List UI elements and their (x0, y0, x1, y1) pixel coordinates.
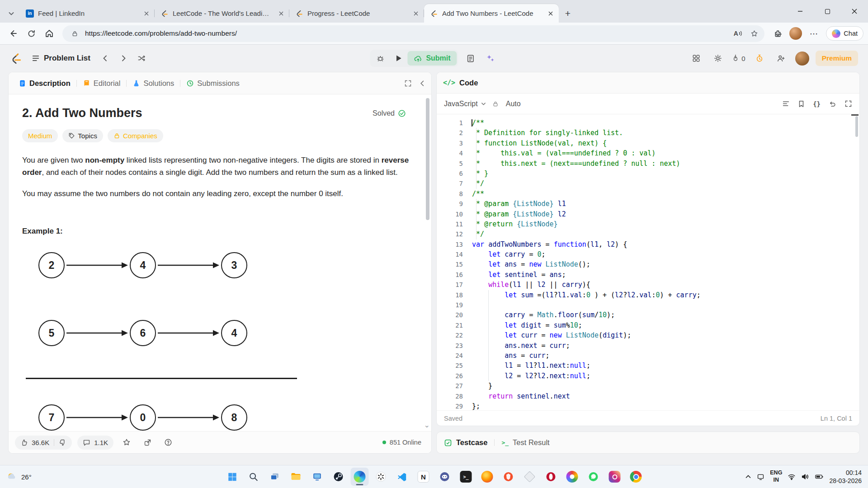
settings-menu-button[interactable]: ⋯ (805, 25, 822, 42)
start-button[interactable] (223, 468, 241, 486)
new-tab-button[interactable]: + (559, 5, 577, 23)
description-scrollbar[interactable] (426, 98, 429, 220)
close-button[interactable] (841, 0, 868, 23)
favorite-button[interactable] (119, 435, 134, 450)
app-icon-instagram[interactable] (606, 468, 624, 486)
comments-button[interactable]: 1.1K (77, 436, 113, 450)
tray-device-button[interactable] (757, 473, 764, 481)
streak-counter[interactable]: 0 (732, 54, 745, 62)
help-button[interactable] (160, 435, 176, 450)
settings-button[interactable] (710, 51, 726, 66)
address-bar[interactable]: https://leetcode.com/problems/add-two-nu… (62, 25, 764, 42)
tab-close-icon[interactable] (142, 9, 151, 18)
tab-close-icon[interactable] (277, 9, 286, 18)
share-button[interactable] (140, 435, 155, 450)
app-icon-opera[interactable] (542, 468, 560, 486)
tab-solutions[interactable]: Solutions (128, 72, 179, 94)
user-avatar[interactable] (795, 52, 809, 66)
problem-list-link[interactable]: Problem List (24, 54, 95, 63)
tab-add-two-numbers[interactable]: Add Two Numbers - LeetCode (424, 4, 559, 23)
tab-search-button[interactable] (3, 5, 20, 23)
debug-button[interactable] (371, 51, 389, 66)
tab-close-icon[interactable] (546, 9, 555, 18)
maximize-button[interactable] (814, 0, 841, 23)
format-icon[interactable] (782, 100, 790, 108)
invite-button[interactable] (774, 51, 789, 66)
app-icon-diamond[interactable] (521, 468, 539, 486)
shuffle-button[interactable] (134, 51, 149, 66)
extensions-button[interactable] (769, 25, 786, 42)
reset-icon[interactable] (829, 100, 836, 108)
app-icon-brave[interactable] (500, 468, 518, 486)
leetcode-logo[interactable] (10, 52, 22, 65)
expand-panel-button[interactable] (404, 80, 412, 87)
topics-badge[interactable]: Topics (62, 129, 103, 142)
run-button[interactable] (389, 51, 407, 66)
app-icon-chrome[interactable] (627, 468, 645, 486)
scroll-down-icon[interactable]: ⌄ (424, 421, 430, 429)
document-icon (19, 80, 26, 87)
tab-close-icon[interactable] (411, 9, 420, 18)
app-icon-whatsapp[interactable] (585, 468, 603, 486)
back-button[interactable] (5, 25, 22, 42)
tab-submissions[interactable]: Submissions (182, 72, 244, 94)
tab-test-result[interactable]: >_ Test Result (501, 438, 549, 447)
url-text[interactable]: https://leetcode.com/problems/add-two-nu… (85, 29, 727, 38)
submit-button[interactable]: Submit (407, 51, 457, 66)
autocomplete-toggle[interactable]: Auto (506, 100, 521, 108)
companies-badge[interactable]: Companies (108, 129, 163, 142)
tab-editorial[interactable]: Editorial (78, 72, 125, 94)
notes-button[interactable] (463, 51, 478, 66)
editor-scrollbar[interactable] (855, 116, 858, 137)
back-icon (9, 29, 18, 38)
tab-leetcode-home[interactable]: LeetCode - The World's Leading P... (155, 4, 289, 23)
layout-button[interactable] (689, 51, 704, 66)
app-icon-steam[interactable] (330, 468, 348, 486)
volume-button[interactable] (801, 473, 809, 481)
app-icon-vscode[interactable] (393, 468, 411, 486)
prev-problem-button[interactable] (98, 51, 113, 66)
bookmark-icon[interactable] (798, 100, 805, 108)
app-icon-terminal[interactable]: >_ (457, 468, 475, 486)
clock-widget[interactable]: 00:14 28-03-2026 (829, 469, 862, 485)
thumbs-up-icon[interactable] (20, 439, 28, 446)
timer-button[interactable] (752, 51, 767, 66)
next-problem-button[interactable] (116, 51, 131, 66)
tab-testcase[interactable]: Testcase (444, 438, 487, 447)
language-selector[interactable]: JavaScript (444, 100, 486, 108)
app-icon-notion[interactable]: N (415, 468, 433, 486)
app-icon-discord[interactable] (436, 468, 454, 486)
minimize-button[interactable] (787, 0, 814, 23)
difficulty-badge[interactable]: Medium (22, 129, 58, 142)
app-icon-monitor[interactable] (308, 468, 326, 486)
expand-icon[interactable] (844, 100, 852, 108)
app-icon-chatgpt[interactable] (372, 468, 390, 486)
battery-button[interactable] (815, 473, 824, 481)
collapse-panel-button[interactable] (419, 80, 426, 87)
app-icon-firefox[interactable] (478, 468, 496, 486)
ai-assistant-button[interactable] (483, 51, 498, 66)
profile-button[interactable] (787, 25, 804, 42)
weather-widget[interactable]: 26° (6, 471, 32, 482)
copilot-chat-button[interactable]: Chat (826, 26, 863, 41)
premium-button[interactable]: Premium (816, 51, 858, 66)
task-view-button[interactable] (266, 468, 284, 486)
thumbs-down-icon[interactable] (59, 439, 66, 446)
home-button[interactable] (41, 25, 58, 42)
app-icon-photos[interactable] (563, 468, 581, 486)
favorite-star-button[interactable] (748, 28, 760, 39)
tray-expand-button[interactable] (745, 474, 751, 480)
app-icon-edge[interactable] (351, 468, 369, 486)
tab-linkedin[interactable]: in Feed | LinkedIn (20, 4, 155, 23)
language-indicator[interactable]: ENG IN (770, 469, 782, 483)
file-explorer-button[interactable] (287, 468, 305, 486)
site-info-lock-icon[interactable] (69, 28, 80, 39)
tab-description[interactable]: Description (14, 72, 75, 94)
braces-icon[interactable]: {} (813, 100, 821, 108)
refresh-button[interactable] (23, 25, 40, 42)
read-aloud-button[interactable]: A (732, 28, 744, 39)
search-button[interactable] (245, 468, 263, 486)
code-editor[interactable]: 1/**2 * Definition for singly-linked lis… (437, 114, 859, 410)
wifi-button[interactable] (788, 473, 796, 481)
tab-leetcode-progress[interactable]: Progress - LeetCode (289, 4, 424, 23)
